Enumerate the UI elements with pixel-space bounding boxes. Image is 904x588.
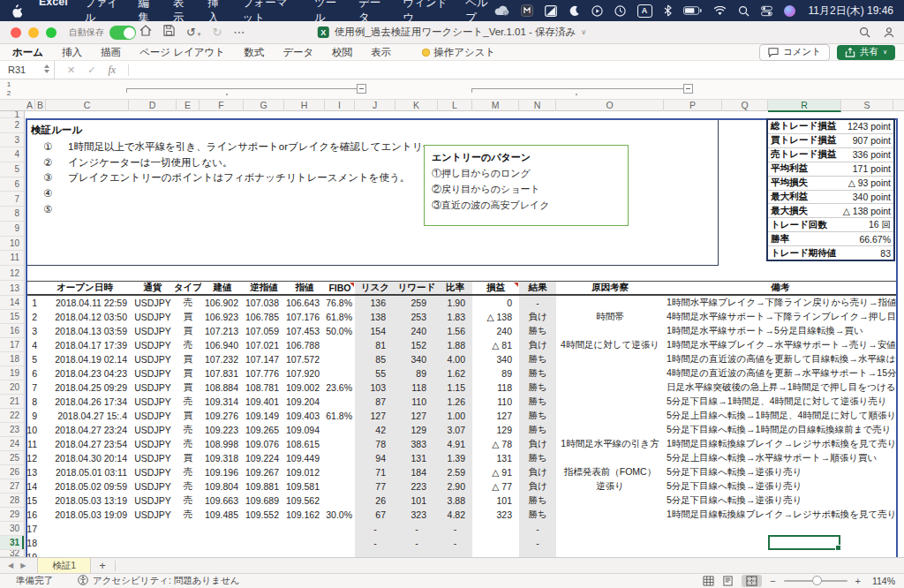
row-header-31[interactable]: 31 bbox=[0, 536, 24, 550]
row-header-16[interactable]: 16 bbox=[0, 324, 24, 338]
table-row[interactable]: 132018.05.01 03:11USDJPY売109.196109.2671… bbox=[26, 465, 897, 479]
search-icon[interactable] bbox=[738, 4, 750, 18]
row-header-29[interactable]: 29 bbox=[0, 508, 24, 522]
page-layout-view-icon[interactable] bbox=[722, 576, 734, 586]
column-header-M[interactable]: M bbox=[472, 100, 519, 111]
row-header-23[interactable]: 23 bbox=[0, 423, 24, 437]
table-row[interactable]: 122018.04.30 20:14USDJPY買109.318109.2241… bbox=[26, 451, 897, 465]
ribbon-tab[interactable]: 校閲 bbox=[332, 46, 352, 59]
undo-icon[interactable]: ↺ ▾ bbox=[186, 26, 200, 39]
row-header-11[interactable]: 11 bbox=[0, 251, 24, 266]
column-header-E[interactable]: E bbox=[177, 100, 200, 111]
ribbon-tab[interactable]: 数式 bbox=[244, 46, 264, 59]
column-header-G[interactable]: G bbox=[244, 100, 284, 111]
play-circle-icon[interactable] bbox=[591, 4, 603, 18]
minimize-window-button[interactable] bbox=[28, 27, 39, 38]
zoom-in-button[interactable]: + bbox=[855, 576, 861, 586]
column-header-N[interactable]: N bbox=[519, 100, 556, 111]
comments-button[interactable]: コメント bbox=[759, 44, 830, 61]
column-header-L[interactable]: L bbox=[438, 100, 472, 111]
autosave-toggle[interactable] bbox=[109, 26, 136, 40]
table-row[interactable]: 12018.04.11 22:59USDJPY売106.902107.03810… bbox=[26, 296, 897, 310]
row-header-15[interactable]: 15 bbox=[0, 310, 24, 324]
row-header-7[interactable]: 7 bbox=[0, 192, 24, 207]
column-header-S[interactable]: S bbox=[841, 100, 893, 111]
row-header-4[interactable]: 4 bbox=[0, 147, 24, 162]
ribbon-tab[interactable]: ホーム bbox=[12, 46, 43, 59]
outline-level-2-button[interactable]: 2 bbox=[4, 89, 13, 97]
column-header-K[interactable]: K bbox=[396, 100, 438, 111]
table-row[interactable]: 17---- bbox=[26, 522, 897, 536]
collapse-group-button[interactable] bbox=[357, 84, 366, 94]
document-title[interactable]: 使用例_過去検証用ワークシート_Ver.1.01 - 保存済み bbox=[335, 26, 576, 39]
close-window-button[interactable] bbox=[11, 27, 21, 38]
accessibility-status[interactable]: アクセシビリティ: 問題ありません bbox=[93, 575, 240, 587]
outline-level-1-button[interactable]: 1 bbox=[4, 80, 13, 88]
tab-assist[interactable]: 操作アシスト bbox=[410, 46, 495, 59]
row-header-1[interactable]: 1 bbox=[0, 111, 24, 118]
table-row[interactable]: 82018.04.26 17:34USDJPY売109.314109.40110… bbox=[26, 395, 897, 409]
row-header-26[interactable]: 26 bbox=[0, 465, 24, 479]
name-box-stepper[interactable] bbox=[44, 64, 49, 73]
column-header-H[interactable]: H bbox=[284, 100, 325, 111]
row-header-2[interactable]: 2 bbox=[0, 118, 24, 133]
normal-view-icon[interactable] bbox=[703, 576, 714, 586]
table-row[interactable]: 142018.05.02 09:59USDJPY売109.804109.8811… bbox=[26, 479, 897, 494]
page-break-view-icon[interactable] bbox=[742, 575, 762, 587]
column-header-J[interactable]: J bbox=[355, 100, 396, 111]
row-header-13[interactable]: 13 bbox=[0, 281, 24, 296]
table-row[interactable]: 112018.04.27 23:54USDJPY売108.998109.0761… bbox=[26, 437, 897, 451]
row-header-10[interactable]: 10 bbox=[0, 237, 24, 252]
row-header-8[interactable]: 8 bbox=[0, 207, 24, 222]
table-row[interactable]: 32018.04.13 03:59USDJPY買107.213107.05910… bbox=[26, 324, 897, 338]
column-header-C[interactable]: C bbox=[46, 100, 129, 111]
row-header-5[interactable]: 5 bbox=[0, 162, 24, 177]
table-row[interactable]: 18---- bbox=[26, 536, 897, 550]
row-header-12[interactable]: 12 bbox=[0, 266, 24, 281]
cloud-icon[interactable] bbox=[493, 4, 509, 18]
row-header-17[interactable]: 17 bbox=[0, 338, 24, 352]
row-header-18[interactable]: 18 bbox=[0, 352, 24, 366]
column-header-D[interactable]: D bbox=[129, 100, 177, 111]
sheet-tab-active[interactable]: 検証1 bbox=[37, 558, 91, 573]
save-icon[interactable] bbox=[163, 25, 175, 39]
column-header-R[interactable]: R bbox=[768, 100, 841, 112]
row-header-19[interactable]: 19 bbox=[0, 366, 24, 381]
ribbon-tab[interactable]: 表示 bbox=[371, 46, 391, 59]
column-header-I[interactable]: I bbox=[325, 100, 355, 111]
row-header-21[interactable]: 21 bbox=[0, 395, 24, 409]
column-header-P[interactable]: P bbox=[664, 100, 722, 111]
prev-sheet-icon[interactable]: ◀ bbox=[8, 562, 13, 569]
titlebar-search-icon[interactable] bbox=[859, 26, 870, 41]
row-header-9[interactable]: 9 bbox=[0, 222, 24, 237]
table-row[interactable]: 19---- bbox=[26, 550, 897, 557]
input-source-icon[interactable]: A bbox=[637, 4, 652, 18]
column-header-O[interactable]: O bbox=[556, 100, 664, 111]
row-header-20[interactable]: 20 bbox=[0, 381, 24, 395]
ribbon-tab[interactable]: 描画 bbox=[101, 46, 121, 59]
table-row[interactable]: 42018.04.17 17:39USDJPY売106.940107.02110… bbox=[26, 338, 897, 352]
table-row[interactable]: 92018.04.27 15:.4USDJPY買109.276109.14910… bbox=[26, 409, 897, 423]
row-header-24[interactable]: 24 bbox=[0, 437, 24, 451]
moon-icon[interactable] bbox=[569, 4, 580, 18]
bluetooth-icon[interactable] bbox=[664, 4, 672, 18]
fullscreen-window-button[interactable] bbox=[46, 27, 56, 38]
account-icon[interactable] bbox=[883, 26, 895, 41]
column-header-Q[interactable]: Q bbox=[722, 100, 768, 111]
row-header-25[interactable]: 25 bbox=[0, 451, 24, 465]
title-chevron-icon[interactable]: ∨ bbox=[581, 28, 586, 36]
name-box[interactable]: R31 bbox=[0, 61, 55, 79]
table-row[interactable]: 62018.04.23 04:23USDJPY買107.831107.77610… bbox=[26, 366, 897, 381]
display-icon[interactable] bbox=[545, 4, 557, 18]
ribbon-tab[interactable]: データ bbox=[282, 46, 313, 59]
row-header-14[interactable]: 14 bbox=[0, 296, 24, 310]
row-header-27[interactable]: 27 bbox=[0, 479, 24, 494]
siri-icon[interactable] bbox=[784, 5, 795, 17]
ribbon-tab[interactable]: 挿入 bbox=[62, 46, 82, 59]
zoom-slider-knob[interactable] bbox=[812, 576, 822, 585]
next-sheet-icon[interactable]: ▶ bbox=[20, 562, 26, 569]
cancel-entry-icon[interactable]: ✕ bbox=[67, 64, 75, 76]
table-row[interactable]: 162018.05.03 19:09USDJPY売109.485109.5521… bbox=[26, 508, 897, 522]
apple-menu-icon[interactable] bbox=[11, 4, 22, 18]
zoom-out-button[interactable]: − bbox=[770, 576, 775, 586]
